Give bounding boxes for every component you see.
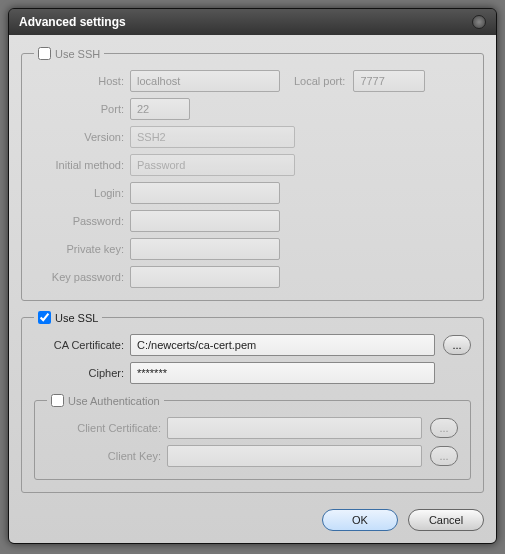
close-icon[interactable] xyxy=(472,15,486,29)
cipher-input[interactable] xyxy=(130,362,435,384)
cancel-button[interactable]: Cancel xyxy=(408,509,484,531)
client-cert-input[interactable] xyxy=(167,417,422,439)
initial-method-select[interactable]: Password xyxy=(130,154,295,176)
use-auth-label: Use Authentication xyxy=(68,395,160,407)
password-input[interactable] xyxy=(130,210,280,232)
client-cert-browse-button[interactable]: ... xyxy=(430,418,458,438)
use-ssl-checkbox[interactable] xyxy=(38,311,51,324)
password-label: Password: xyxy=(34,215,130,227)
ca-cert-browse-button[interactable]: ... xyxy=(443,335,471,355)
client-key-label: Client Key: xyxy=(47,450,167,462)
ok-button[interactable]: OK xyxy=(322,509,398,531)
titlebar[interactable]: Advanced settings xyxy=(9,9,496,35)
use-ssh-label: Use SSH xyxy=(55,48,100,60)
ssh-group: Use SSH Host: Local port: Port: Version:… xyxy=(21,47,484,301)
dialog-content: Use SSH Host: Local port: Port: Version:… xyxy=(9,35,496,543)
key-password-label: Key password: xyxy=(34,271,130,283)
ca-cert-input[interactable] xyxy=(130,334,435,356)
use-ssh-checkbox[interactable] xyxy=(38,47,51,60)
ssl-legend: Use SSL xyxy=(34,311,102,324)
port-input[interactable] xyxy=(130,98,190,120)
private-key-label: Private key: xyxy=(34,243,130,255)
private-key-input[interactable] xyxy=(130,238,280,260)
dialog-footer: OK Cancel xyxy=(21,503,484,531)
client-key-browse-button[interactable]: ... xyxy=(430,446,458,466)
ssl-group: Use SSL CA Certificate: ... Cipher: Use … xyxy=(21,311,484,493)
login-input[interactable] xyxy=(130,182,280,204)
auth-group: Use Authentication Client Certificate: .… xyxy=(34,394,471,480)
use-ssl-label: Use SSL xyxy=(55,312,98,324)
host-input[interactable] xyxy=(130,70,280,92)
client-key-input[interactable] xyxy=(167,445,422,467)
auth-legend: Use Authentication xyxy=(47,394,164,407)
version-label: Version: xyxy=(34,131,130,143)
local-port-input[interactable] xyxy=(353,70,425,92)
client-cert-label: Client Certificate: xyxy=(47,422,167,434)
key-password-input[interactable] xyxy=(130,266,280,288)
login-label: Login: xyxy=(34,187,130,199)
cipher-label: Cipher: xyxy=(34,367,130,379)
host-label: Host: xyxy=(34,75,130,87)
local-port-label: Local port: xyxy=(280,75,353,87)
dialog-title: Advanced settings xyxy=(19,15,126,29)
port-label: Port: xyxy=(34,103,130,115)
ssh-legend: Use SSH xyxy=(34,47,104,60)
initial-method-label: Initial method: xyxy=(34,159,130,171)
advanced-settings-dialog: Advanced settings Use SSH Host: Local po… xyxy=(8,8,497,544)
ca-cert-label: CA Certificate: xyxy=(34,339,130,351)
use-auth-checkbox[interactable] xyxy=(51,394,64,407)
version-select[interactable]: SSH2 xyxy=(130,126,295,148)
